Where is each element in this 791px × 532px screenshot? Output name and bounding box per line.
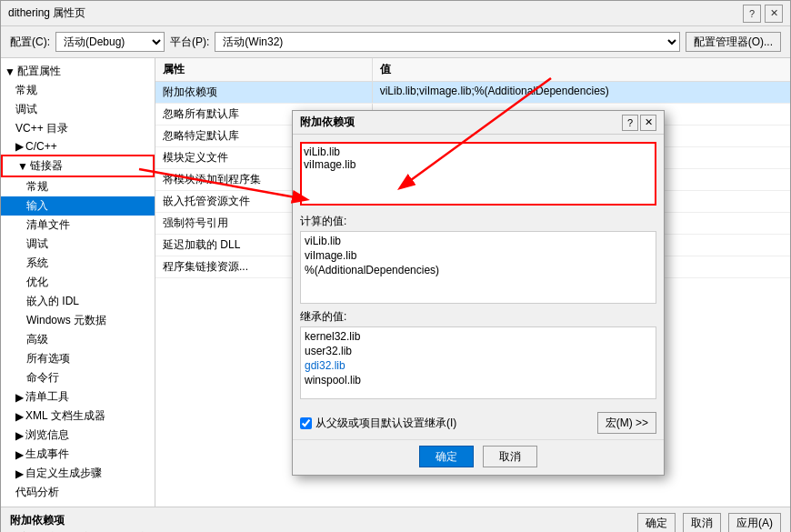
inherit-item-gdi32: gdi32.lib (303, 358, 654, 373)
tree-item-label: XML 文档生成器 (25, 408, 105, 424)
platform-label: 平台(P): (170, 35, 209, 50)
tree-item-cmdline[interactable]: 命令行 (1, 368, 155, 387)
dialog-title: dithering 属性页 (8, 5, 85, 21)
inherit-item-kernel32: kernel32.lib (303, 329, 654, 344)
tree-item-label: 代码分析 (15, 485, 59, 500)
platform-select[interactable]: 活动(Win32) (215, 32, 679, 52)
sub-dialog-title-text: 附加依赖项 (300, 115, 355, 130)
expand-icon: ▶ (15, 391, 24, 404)
close-button[interactable]: ✕ (765, 5, 783, 23)
tree-item-label: 优化 (26, 275, 48, 290)
tree-item-label: 配置属性 (17, 64, 61, 79)
expand-icon: ▶ (15, 140, 24, 153)
tree-item-label: Windows 元数据 (26, 313, 106, 328)
calc-item-additional: %(AdditionalDependencies) (303, 263, 654, 277)
sub-dialog-content: viLib.lib viImage.lib 计算的值: viLib.lib vi… (293, 135, 664, 407)
tree-item-embedded-idl[interactable]: 嵌入的 IDL (1, 292, 155, 311)
macro-button[interactable]: 宏(M) >> (597, 412, 656, 434)
tree-item-xml-gen[interactable]: ▶ XML 文档生成器 (1, 407, 155, 426)
tree-item-manifest-tool[interactable]: ▶ 清单工具 (1, 387, 155, 407)
tree-item-label: 调试 (15, 102, 37, 117)
expand-icon: ▶ (15, 467, 24, 480)
tree-item-label: 清单文件 (26, 217, 70, 233)
tree-item-label: 生成事件 (25, 447, 69, 462)
footer-right: 宏(M) >> (597, 412, 656, 434)
expand-icon: ▶ (15, 448, 24, 461)
inherit-checkbox-row: 从父级或项目默认设置继承(I) (300, 416, 456, 431)
prop-col-header: 属性 (155, 58, 373, 81)
tree-item-advanced[interactable]: 高级 (1, 330, 155, 349)
calc-values-area: viLib.lib viImage.lib %(AdditionalDepend… (300, 231, 656, 304)
sub-help-button[interactable]: ? (622, 115, 638, 131)
sub-close-button[interactable]: ✕ (640, 115, 656, 131)
inherit-checkbox[interactable] (300, 417, 312, 429)
expand-icon: ▼ (5, 65, 15, 78)
tree-item-label: 所有选项 (26, 351, 70, 366)
tree-item-label: VC++ 目录 (15, 121, 68, 136)
tree-item-linker-general[interactable]: 常规 (1, 177, 155, 196)
tree-item-label: 自定义生成步骤 (25, 466, 102, 481)
sub-dialog-controls: ? ✕ (622, 115, 656, 131)
tree-item-label: 清单工具 (25, 389, 69, 405)
config-select[interactable]: 活动(Debug) (55, 32, 165, 52)
tree-item-debug[interactable]: 调试 (1, 100, 155, 119)
tree-panel: ▼ 配置属性 常规 调试 VC++ 目录 ▶ C/C++ ▼ 链接器 常规 (1, 58, 155, 507)
inherit-item-winspool: winspool.lib (303, 373, 654, 387)
tree-item-config-props[interactable]: ▼ 配置属性 (1, 62, 155, 81)
calc-item-vilib: viLib.lib (303, 234, 654, 248)
tree-item-label: 输入 (26, 198, 48, 214)
main-dialog: dithering 属性页 ? ✕ 配置(C): 活动(Debug) 平台(P)… (0, 0, 791, 532)
inherit-values-area: kernel32.lib user32.lib gdi32.lib winspo… (300, 326, 656, 399)
value-col-header: 值 (373, 58, 790, 81)
title-bar: dithering 属性页 ? ✕ (1, 1, 790, 26)
tree-item-label: 系统 (26, 256, 48, 271)
tree-item-custom-steps[interactable]: ▶ 自定义生成步骤 (1, 464, 155, 483)
config-manager-button[interactable]: 配置管理器(O)... (686, 32, 781, 52)
tree-item-general[interactable]: 常规 (1, 81, 155, 100)
tree-item-build-events[interactable]: ▶ 生成事件 (1, 445, 155, 464)
expand-icon: ▼ (17, 160, 28, 173)
apply-main-button[interactable]: 应用(A) (728, 513, 781, 532)
tree-item-all-options[interactable]: 所有选项 (1, 349, 155, 368)
bottom-bar: 附加依赖项 指定要添加到链接命令行的附加项目；例如kernel32.lib 确定… (1, 507, 790, 532)
tree-item-vcpp[interactable]: VC++ 目录 (1, 119, 155, 138)
prop-row-additional-deps[interactable]: 附加依赖项 viLib.lib;viImage.lib;%(Additional… (155, 82, 790, 104)
tree-item-label: 嵌入的 IDL (26, 294, 79, 309)
calc-item-viimage: viImage.lib (303, 248, 654, 263)
sub-input-textarea[interactable]: viLib.lib viImage.lib (300, 142, 656, 206)
tree-item-linker-manifest[interactable]: 清单文件 (1, 216, 155, 235)
expand-icon: ▶ (15, 410, 24, 423)
sub-cancel-button[interactable]: 取消 (483, 446, 537, 467)
tree-item-label: 调试 (26, 236, 48, 252)
tree-item-label: 链接器 (30, 158, 63, 174)
tree-item-label: 高级 (26, 332, 48, 347)
tree-item-label: 常规 (15, 83, 37, 98)
inherit-label: 继承的值: (300, 309, 656, 325)
expand-icon: ▶ (15, 429, 24, 442)
cancel-main-button[interactable]: 取消 (683, 513, 721, 532)
tree-item-linker-input[interactable]: 输入 (1, 196, 155, 216)
sub-dialog-footer: 从父级或项目默认设置继承(I) 宏(M) >> (293, 407, 664, 439)
tree-item-linker-optimize[interactable]: 优化 (1, 273, 155, 292)
bottom-title: 附加依赖项 (10, 513, 251, 528)
toolbar-row: 配置(C): 活动(Debug) 平台(P): 活动(Win32) 配置管理器(… (1, 26, 790, 58)
sub-dialog-title-bar: 附加依赖项 ? ✕ (293, 111, 664, 135)
tree-item-label: 常规 (26, 179, 48, 195)
tree-item-code-analysis[interactable]: 代码分析 (1, 483, 155, 502)
sub-ok-button[interactable]: 确定 (419, 446, 474, 467)
tree-item-linker[interactable]: ▼ 链接器 (1, 155, 155, 177)
tree-item-browse-info[interactable]: ▶ 浏览信息 (1, 426, 155, 445)
tree-item-linker-debug[interactable]: 调试 (1, 235, 155, 254)
ok-main-button[interactable]: 确定 (637, 513, 676, 532)
tree-item-label: C/C++ (25, 140, 57, 153)
config-label: 配置(C): (10, 35, 50, 50)
tree-item-windows-meta[interactable]: Windows 元数据 (1, 311, 155, 330)
tree-item-cpp[interactable]: ▶ C/C++ (1, 138, 155, 155)
inherit-checkbox-label: 从父级或项目默认设置继承(I) (315, 416, 456, 431)
title-bar-controls: ? ✕ (743, 5, 783, 23)
help-button[interactable]: ? (743, 5, 761, 23)
tree-item-label: 浏览信息 (25, 427, 69, 443)
calc-label: 计算的值: (300, 214, 656, 229)
tree-item-label: 命令行 (26, 370, 59, 386)
tree-item-linker-system[interactable]: 系统 (1, 254, 155, 273)
